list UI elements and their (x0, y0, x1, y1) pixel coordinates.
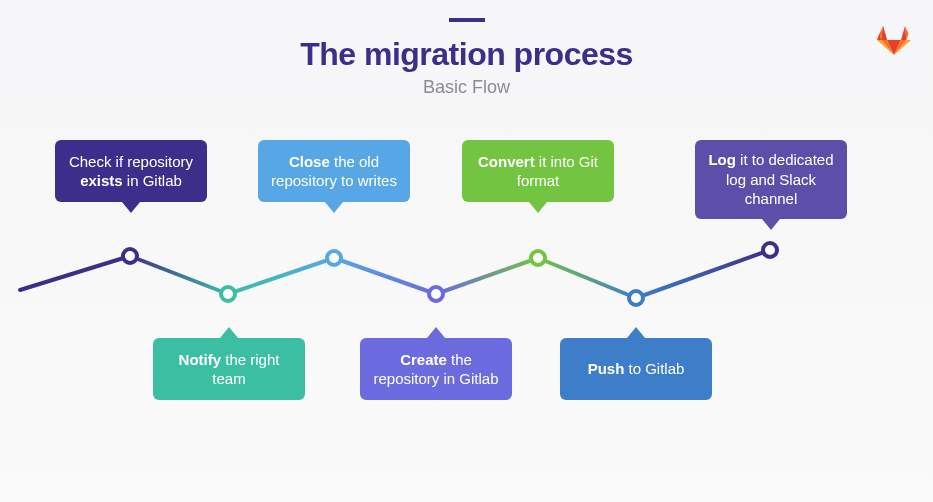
step-push: Push to Gitlab (560, 338, 712, 400)
page-title: The migration process (0, 36, 933, 73)
node-convert (529, 249, 547, 267)
svg-line-1 (130, 256, 228, 294)
svg-line-5 (538, 258, 636, 298)
step-label: Check if repository exists in Gitlab (67, 152, 195, 191)
node-notify (219, 285, 237, 303)
gitlab-logo-icon (875, 20, 913, 60)
step-label: Notify the right team (165, 350, 293, 389)
node-push (627, 289, 645, 307)
node-create (427, 285, 445, 303)
step-label: Close the old repository to writes (270, 152, 398, 191)
svg-line-6 (636, 250, 770, 298)
svg-line-3 (334, 258, 436, 294)
step-convert: Convert it into Git format (462, 140, 614, 202)
accent-bar (449, 18, 485, 22)
step-check: Check if repository exists in Gitlab (55, 140, 207, 202)
step-label: Push to Gitlab (588, 359, 685, 379)
step-close: Close the old repository to writes (258, 140, 410, 202)
step-label: Log it to dedicated log and Slack channe… (707, 150, 835, 209)
step-notify: Notify the right team (153, 338, 305, 400)
step-log: Log it to dedicated log and Slack channe… (695, 140, 847, 219)
svg-line-2 (228, 258, 334, 294)
node-close (325, 249, 343, 267)
node-check (121, 247, 139, 265)
step-label: Create the repository in Gitlab (372, 350, 500, 389)
svg-line-0 (20, 256, 130, 290)
step-label: Convert it into Git format (474, 152, 602, 191)
node-log (761, 241, 779, 259)
step-create: Create the repository in Gitlab (360, 338, 512, 400)
svg-line-4 (436, 258, 538, 294)
page-subtitle: Basic Flow (0, 77, 933, 98)
